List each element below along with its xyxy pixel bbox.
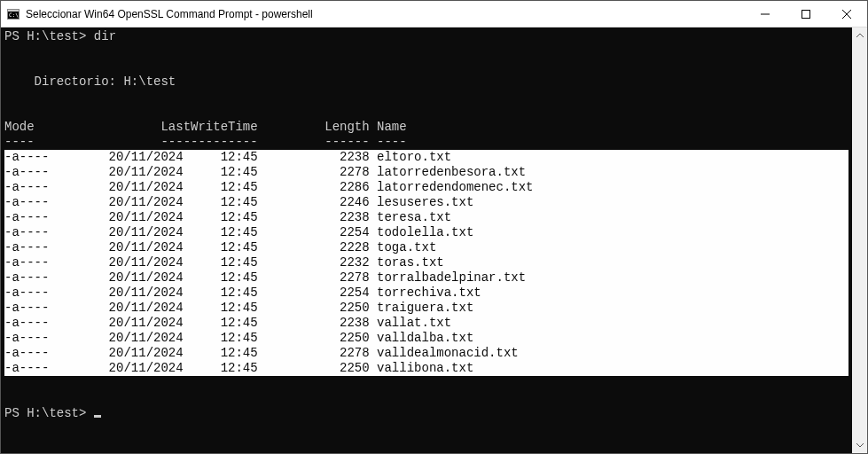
- scroll-down-arrow[interactable]: [852, 438, 867, 453]
- blank-line: [4, 44, 848, 59]
- divider-line: ---- ------------- ------ ----: [4, 135, 848, 150]
- blank-line: [4, 90, 848, 105]
- table-row[interactable]: -a---- 20/11/2024 12:45 2238 vallat.txt: [4, 316, 848, 331]
- table-row[interactable]: -a---- 20/11/2024 12:45 2238 teresa.txt: [4, 210, 848, 225]
- prompt-line: PS H:\test> dir: [4, 29, 848, 44]
- scroll-track[interactable]: [852, 43, 867, 438]
- terminal-output[interactable]: PS H:\test> dir Directorio: H:\test Mode…: [1, 27, 852, 453]
- blank-line: [4, 59, 848, 74]
- header-line: Mode LastWriteTime Length Name: [4, 120, 848, 135]
- content-area: PS H:\test> dir Directorio: H:\test Mode…: [1, 27, 867, 453]
- table-row[interactable]: -a---- 20/11/2024 12:45 2228 toga.txt: [4, 240, 848, 255]
- cursor: [94, 415, 101, 418]
- blank-line: [4, 391, 848, 406]
- vertical-scrollbar[interactable]: [852, 27, 867, 453]
- prompt: PS H:\test>: [4, 29, 94, 43]
- app-icon: C:\: [6, 7, 20, 21]
- window-controls: [745, 1, 867, 27]
- blank-line: [4, 105, 848, 120]
- scroll-up-arrow[interactable]: [852, 27, 867, 43]
- table-row[interactable]: -a---- 20/11/2024 12:45 2278 valldealmon…: [4, 346, 848, 361]
- table-row[interactable]: -a---- 20/11/2024 12:45 2232 toras.txt: [4, 255, 848, 270]
- minimize-button[interactable]: [745, 1, 786, 27]
- svg-rect-4: [802, 10, 810, 18]
- svg-text:C:\: C:\: [9, 12, 19, 18]
- table-row[interactable]: -a---- 20/11/2024 12:45 2254 todolella.t…: [4, 225, 848, 240]
- console-window: C:\ Seleccionar Win64 OpenSSL Command Pr…: [0, 0, 868, 454]
- table-row[interactable]: -a---- 20/11/2024 12:45 2246 lesuseres.t…: [4, 195, 848, 210]
- table-row[interactable]: -a---- 20/11/2024 12:45 2278 torralbadel…: [4, 270, 848, 286]
- table-row[interactable]: -a---- 20/11/2024 12:45 2238 eltoro.txt: [4, 150, 848, 165]
- prompt-line[interactable]: PS H:\test>: [4, 406, 848, 421]
- table-row[interactable]: -a---- 20/11/2024 12:45 2286 latorredend…: [4, 180, 848, 195]
- close-button[interactable]: [826, 1, 867, 27]
- table-row[interactable]: -a---- 20/11/2024 12:45 2254 torrechiva.…: [4, 286, 848, 301]
- table-row[interactable]: -a---- 20/11/2024 12:45 2250 vallibona.t…: [4, 361, 848, 376]
- table-row[interactable]: -a---- 20/11/2024 12:45 2250 traiguera.t…: [4, 301, 848, 316]
- titlebar[interactable]: C:\ Seleccionar Win64 OpenSSL Command Pr…: [1, 1, 867, 27]
- prompt: PS H:\test>: [4, 406, 94, 420]
- directory-line: Directorio: H:\test: [4, 74, 848, 90]
- window-title: Seleccionar Win64 OpenSSL Command Prompt…: [26, 8, 745, 20]
- maximize-button[interactable]: [786, 1, 826, 27]
- table-row[interactable]: -a---- 20/11/2024 12:45 2278 latorredenb…: [4, 165, 848, 180]
- table-row[interactable]: -a---- 20/11/2024 12:45 2250 valldalba.t…: [4, 331, 848, 346]
- command: dir: [94, 29, 116, 43]
- blank-line: [4, 376, 848, 391]
